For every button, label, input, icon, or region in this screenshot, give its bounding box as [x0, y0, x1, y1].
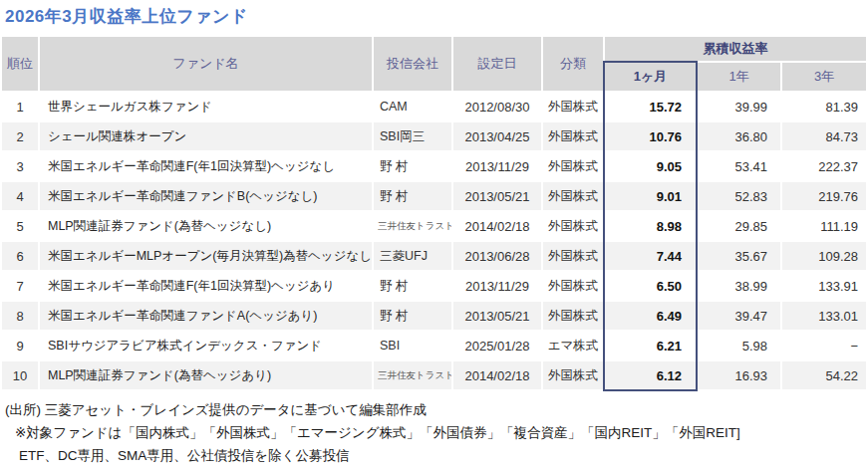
one-year-return-cell: 53.41 — [698, 152, 780, 180]
company-cell: SBI岡三 — [374, 122, 451, 150]
footer-note-2: ETF、DC専用、SMA専用、公社債投信を除く公募投信 — [0, 444, 868, 467]
table-row: 7米国エネルギー革命関連F(年1回決算型)ヘッジあり野 村2013/11/29外… — [2, 272, 866, 300]
company-cell: 野 村 — [374, 272, 451, 300]
rank-cell: 3 — [2, 152, 38, 180]
footer-source: (出所) 三菱アセット・ブレインズ提供のデータに基づいて編集部作成 — [0, 398, 868, 421]
one-year-return-cell: 36.80 — [698, 122, 780, 150]
col-header-fund-name: ファンド名 — [40, 37, 372, 91]
company-cell: 野 村 — [374, 152, 451, 180]
inception-date-cell: 2013/11/29 — [453, 272, 541, 300]
category-cell: 外国株式 — [543, 272, 603, 300]
inception-date-cell: 2013/05/21 — [453, 182, 541, 210]
fund-name-cell: 世界シェールガス株ファンド — [40, 93, 372, 120]
table-row: 2シェール関連株オープンSBI岡三2013/04/25外国株式10.7636.8… — [2, 122, 866, 150]
inception-date-cell: 2014/02/18 — [453, 361, 541, 389]
three-year-return-cell: 111.19 — [782, 212, 866, 240]
three-year-return-cell: 133.01 — [782, 302, 866, 330]
table-row: 6米国エネルギーMLPオープン(毎月決算型)為替ヘッジなし三菱UFJ2013/0… — [2, 242, 866, 270]
inception-date-cell: 2012/08/30 — [453, 93, 541, 120]
one-year-return-cell: 39.47 — [698, 302, 780, 330]
table-row: 9SBIサウジアラビア株式インデックス・ファンドSBI2025/01/28エマ株… — [2, 332, 866, 359]
one-month-return-cell: 6.49 — [605, 302, 696, 330]
fund-name-cell: 米国エネルギー革命関連F(年1回決算型)ヘッジなし — [40, 152, 372, 180]
one-year-return-cell: 29.85 — [698, 212, 780, 240]
fund-name-cell: 米国エネルギー革命関連ファンドA(ヘッジあり) — [40, 302, 372, 330]
table-row: 10MLP関連証券ファンド(為替ヘッジあり)三井住友トラスト2014/02/18… — [2, 361, 866, 389]
one-year-return-cell: 5.98 — [698, 332, 780, 359]
rank-cell: 5 — [2, 212, 38, 240]
fund-name-cell: 米国エネルギー革命関連ファンドB(ヘッジなし) — [40, 182, 372, 210]
category-cell: 外国株式 — [543, 242, 603, 270]
one-month-return-cell: 15.72 — [605, 93, 696, 120]
category-cell: 外国株式 — [543, 182, 603, 210]
inception-date-cell: 2013/06/28 — [453, 242, 541, 270]
one-year-return-cell: 39.99 — [698, 93, 780, 120]
one-month-return-cell: 6.21 — [605, 332, 696, 359]
inception-date-cell: 2013/05/21 — [453, 302, 541, 330]
rank-cell: 2 — [2, 122, 38, 150]
three-year-return-cell: 109.28 — [782, 242, 866, 270]
one-month-return-cell: 6.50 — [605, 272, 696, 300]
category-cell: 外国株式 — [543, 93, 603, 120]
three-year-return-cell: 219.76 — [782, 182, 866, 210]
col-header-category: 分類 — [543, 37, 603, 91]
company-cell: 三井住友トラスト — [374, 361, 451, 389]
three-year-return-cell: 54.22 — [782, 361, 866, 389]
table-row: 1世界シェールガス株ファンドCAM2012/08/30外国株式15.7239.9… — [2, 93, 866, 120]
table-header: 順位 ファンド名 投信会社 設定日 分類 累積収益率 1ヶ月 1年 3年 — [2, 37, 866, 91]
three-year-return-cell: 84.73 — [782, 122, 866, 150]
one-year-return-cell: 35.67 — [698, 242, 780, 270]
company-cell: 三菱UFJ — [374, 242, 451, 270]
one-year-return-cell: 52.83 — [698, 182, 780, 210]
col-header-company: 投信会社 — [374, 37, 451, 91]
rank-cell: 8 — [2, 302, 38, 330]
col-header-cumulative-return: 累積収益率 — [605, 37, 866, 61]
page-title: 2026年3月収益率上位ファンド — [0, 0, 868, 35]
rank-cell: 6 — [2, 242, 38, 270]
rank-cell: 4 — [2, 182, 38, 210]
footer-note-1: ※対象ファンドは「国内株式」「外国株式」「エマージング株式」「外国債券」「複合資… — [0, 421, 868, 444]
three-year-return-cell: 133.91 — [782, 272, 866, 300]
category-cell: 外国株式 — [543, 302, 603, 330]
fund-ranking-table: 順位 ファンド名 投信会社 設定日 分類 累積収益率 1ヶ月 1年 3年 1世界… — [0, 35, 868, 391]
one-month-return-cell: 6.12 — [605, 361, 696, 389]
three-year-return-cell: 81.39 — [782, 93, 866, 120]
footer-notes: (出所) 三菱アセット・ブレインズ提供のデータに基づいて編集部作成 ※対象ファン… — [0, 398, 868, 467]
inception-date-cell: 2025/01/28 — [453, 332, 541, 359]
three-year-return-cell: − — [782, 332, 866, 359]
fund-name-cell: MLP関連証券ファンド(為替ヘッジなし) — [40, 212, 372, 240]
one-month-return-cell: 8.98 — [605, 212, 696, 240]
one-month-return-cell: 10.76 — [605, 122, 696, 150]
company-cell: 野 村 — [374, 302, 451, 330]
table-row: 3米国エネルギー革命関連F(年1回決算型)ヘッジなし野 村2013/11/29外… — [2, 152, 866, 180]
category-cell: 外国株式 — [543, 361, 603, 389]
one-month-return-cell: 9.05 — [605, 152, 696, 180]
rank-cell: 9 — [2, 332, 38, 359]
table-row: 8米国エネルギー革命関連ファンドA(ヘッジあり)野 村2013/05/21外国株… — [2, 302, 866, 330]
inception-date-cell: 2013/11/29 — [453, 152, 541, 180]
rank-cell: 1 — [2, 93, 38, 120]
fund-table-body: 1世界シェールガス株ファンドCAM2012/08/30外国株式15.7239.9… — [2, 93, 866, 389]
company-cell: 三井住友トラスト — [374, 212, 451, 240]
fund-name-cell: 米国エネルギー革命関連F(年1回決算型)ヘッジあり — [40, 272, 372, 300]
col-header-rank: 順位 — [2, 37, 38, 91]
rank-cell: 7 — [2, 272, 38, 300]
fund-name-cell: MLP関連証券ファンド(為替ヘッジあり) — [40, 361, 372, 389]
col-header-1month: 1ヶ月 — [605, 63, 696, 91]
category-cell: 外国株式 — [543, 152, 603, 180]
rank-cell: 10 — [2, 361, 38, 389]
company-cell: CAM — [374, 93, 451, 120]
fund-name-cell: シェール関連株オープン — [40, 122, 372, 150]
one-year-return-cell: 38.99 — [698, 272, 780, 300]
one-month-return-cell: 7.44 — [605, 242, 696, 270]
inception-date-cell: 2013/04/25 — [453, 122, 541, 150]
table-row: 4米国エネルギー革命関連ファンドB(ヘッジなし)野 村2013/05/21外国株… — [2, 182, 866, 210]
one-year-return-cell: 16.93 — [698, 361, 780, 389]
category-cell: 外国株式 — [543, 122, 603, 150]
col-header-inception-date: 設定日 — [453, 37, 541, 91]
category-cell: エマ株式 — [543, 332, 603, 359]
company-cell: SBI — [374, 332, 451, 359]
three-year-return-cell: 222.37 — [782, 152, 866, 180]
col-header-3year: 3年 — [782, 63, 866, 91]
fund-name-cell: SBIサウジアラビア株式インデックス・ファンド — [40, 332, 372, 359]
